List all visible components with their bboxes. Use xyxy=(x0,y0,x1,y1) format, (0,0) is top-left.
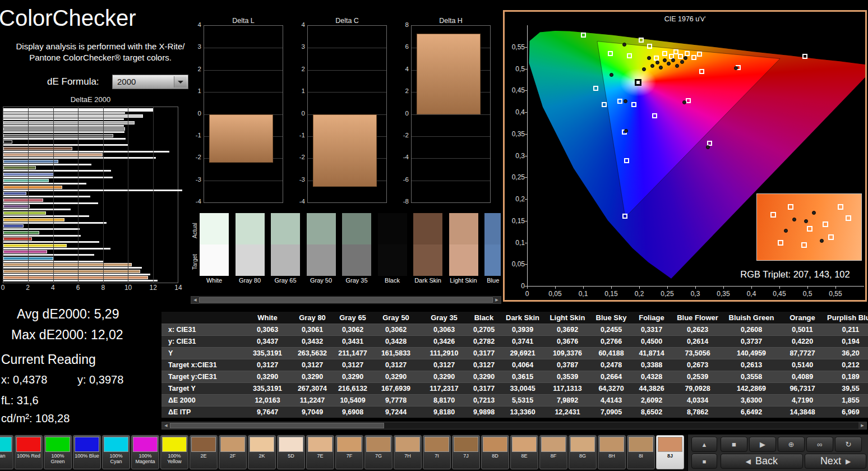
patch-button-5d[interactable]: 5D xyxy=(277,435,305,469)
patch-button-7i[interactable]: 7I xyxy=(423,435,451,469)
deltae-bar-de2000 xyxy=(3,224,24,228)
cie-zoom-inset xyxy=(756,193,862,261)
scroll-right-icon[interactable]: ▶ xyxy=(493,297,501,303)
de-formula-select[interactable]: 2000 xyxy=(112,75,188,89)
patch-button-7g[interactable]: 7G xyxy=(364,435,393,469)
deltae-chart-title: DeltaE 2000 xyxy=(3,95,178,104)
patch-button-8e[interactable]: 8E xyxy=(510,435,538,469)
infinity-button[interactable]: ∞ xyxy=(806,437,833,452)
patch-button-8f[interactable]: 8F xyxy=(539,435,567,469)
table-cell: 0,4500 xyxy=(631,336,672,348)
table-cell: 0,3432 xyxy=(289,336,335,348)
table-cell: 0,3615 xyxy=(501,371,544,383)
delta-axis-label: 3 xyxy=(186,43,201,50)
table-cell: 2,6092 xyxy=(631,395,672,407)
deltae-bar-deitp xyxy=(3,177,113,178)
table-cell: 0,2455 xyxy=(591,324,631,336)
patch-button-2k[interactable]: 2K xyxy=(248,435,276,469)
patch-button-100-cyan[interactable]: 100% Cyan xyxy=(102,435,130,469)
cie-measurement-marker xyxy=(650,64,654,68)
patch-button-7e[interactable]: 7E xyxy=(306,435,334,469)
deltae-gridline xyxy=(153,107,154,283)
patch-button-8i[interactable]: 8I xyxy=(627,435,655,469)
cie-target-marker xyxy=(697,52,702,57)
target-button[interactable]: ⊕ xyxy=(778,437,805,452)
deltae-bar-group xyxy=(3,140,178,146)
patch-button-8j[interactable]: 8J xyxy=(656,435,684,469)
table-column-header: Blue Flower xyxy=(672,312,723,324)
patch-swatch xyxy=(570,437,595,452)
table-cell: 0,3061 xyxy=(289,324,335,336)
patch-button-100-green[interactable]: 100% Green xyxy=(44,435,72,469)
patch-button-cyan[interactable]: Cyan xyxy=(0,435,13,469)
deltae-bar-group xyxy=(3,263,178,269)
table-cell: 8,8170 xyxy=(422,395,467,407)
table-cell: 0,2623 xyxy=(672,324,723,336)
table-cell: 13,3360 xyxy=(501,407,544,418)
eject-button[interactable]: ▲ xyxy=(691,437,717,452)
cie-x-tick xyxy=(835,287,836,289)
patch-label: 8I xyxy=(627,453,654,459)
table-cell: 0,3737 xyxy=(723,336,779,348)
table-cell: 0,3787 xyxy=(544,359,591,371)
patch-button-100-yellow[interactable]: 100% Yellow xyxy=(160,435,188,469)
play-button[interactable]: ▶ xyxy=(749,437,776,452)
deltae-gridline xyxy=(53,107,54,283)
patch-button-100-blue[interactable]: 100% Blue xyxy=(73,435,101,469)
table-cell: 0,3317 xyxy=(631,324,672,336)
table-cell: 0,3558 xyxy=(723,371,779,383)
table-cell: 14,3848 xyxy=(779,407,825,418)
patch-label: 7F xyxy=(336,453,363,459)
scroll-right-icon[interactable]: ▶ xyxy=(858,422,866,429)
table-cell: 9,7244 xyxy=(370,407,422,418)
cie-target-marker xyxy=(608,51,613,56)
table-cell: 0,3290 xyxy=(335,371,370,383)
patch-button-8d[interactable]: 8D xyxy=(481,435,509,469)
table-column-header: Gray 50 xyxy=(370,312,422,324)
patch-swatch xyxy=(541,437,566,452)
patch-label: 7J xyxy=(453,453,479,459)
cie-measurement-marker xyxy=(706,145,710,149)
colorchecker-app: ColorChecker Display analysis is perform… xyxy=(0,0,868,471)
patch-label: 8J xyxy=(657,453,684,459)
table-scrollbar[interactable]: ◀ ▶ xyxy=(161,422,867,430)
patch-button-8h[interactable]: 8H xyxy=(598,435,626,469)
deltae-axis-label: 12 xyxy=(147,284,159,292)
table-scroll-thumb[interactable] xyxy=(170,423,384,428)
cie-measurement-marker xyxy=(734,66,738,70)
scroll-left-icon[interactable]: ◀ xyxy=(162,422,170,429)
swatch-actual xyxy=(307,213,336,244)
patch-button-2f[interactable]: 2F xyxy=(219,435,247,469)
swatch-scrollbar[interactable]: ◀ ▶ xyxy=(191,296,501,304)
table-cell: 9,9898 xyxy=(467,407,501,418)
deltae-bar-de2000 xyxy=(3,160,58,163)
patch-button-100-magenta[interactable]: 100% Magenta xyxy=(131,435,159,469)
patch-swatch xyxy=(512,437,537,452)
scroll-left-icon[interactable]: ◀ xyxy=(191,297,199,303)
swatch-scroll-thumb[interactable] xyxy=(199,297,493,303)
patch-button-7f[interactable]: 7F xyxy=(335,435,363,469)
patch-button-7h[interactable]: 7H xyxy=(394,435,422,469)
deltae-bar-deitp xyxy=(3,112,125,114)
swatch-actual xyxy=(271,213,300,244)
patch-swatch xyxy=(16,437,41,452)
display-button[interactable]: ■ xyxy=(691,454,717,469)
stop-button[interactable]: ■ xyxy=(721,437,747,452)
back-button[interactable]: ◀ Back xyxy=(721,454,803,469)
cie-measurement-marker xyxy=(610,73,613,77)
delta-gridline xyxy=(412,114,490,115)
delta-gridline xyxy=(204,92,283,93)
patch-button-8g[interactable]: 8G xyxy=(569,435,597,469)
inset-target-marker xyxy=(838,204,843,210)
patch-button-7j[interactable]: 7J xyxy=(452,435,480,469)
next-button[interactable]: Next ▶ xyxy=(805,454,866,469)
current-y: y: 0,3978 xyxy=(77,373,123,386)
delta-gridline xyxy=(204,70,283,71)
cie-y-tick xyxy=(525,156,527,156)
table-column-header: Orange xyxy=(779,312,825,324)
delta-chart-title: Delta C xyxy=(307,17,387,25)
cie-y-tick xyxy=(525,177,527,178)
patch-button-2e[interactable]: 2E xyxy=(190,435,218,469)
loop-button[interactable]: ↻ xyxy=(835,437,862,452)
patch-button-100-red[interactable]: 100% Red xyxy=(15,435,43,469)
